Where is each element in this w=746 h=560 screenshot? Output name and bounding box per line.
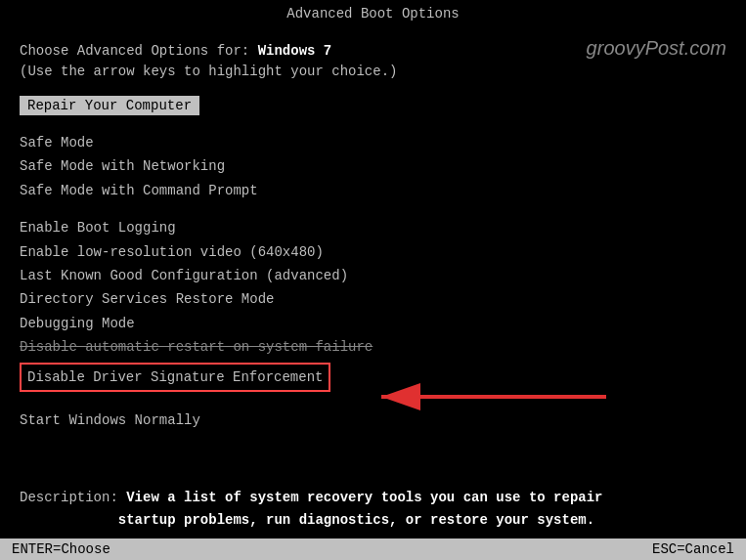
description-section: Description: View a list of system recov… xyxy=(0,473,746,538)
menu-section-2: Enable Boot Logging Enable low-resolutio… xyxy=(20,216,726,395)
status-esc: ESC=Cancel xyxy=(652,541,734,557)
menu-item-directory-services[interactable]: Directory Services Restore Mode xyxy=(20,287,726,311)
title-text: Advanced Boot Options xyxy=(286,6,459,22)
menu-item-disable-auto-restart[interactable]: Disable automatic restart on system fail… xyxy=(20,335,726,359)
menu-item-safe-mode-command[interactable]: Safe Mode with Command Prompt xyxy=(20,179,726,202)
menu-item-low-res-video[interactable]: Enable low-resolution video (640x480) xyxy=(20,240,726,264)
title-bar: Advanced Boot Options xyxy=(0,0,746,27)
menu-item-disable-driver-sig[interactable]: Disable Driver Signature Enforcement xyxy=(20,360,726,395)
instruction-line2: (Use the arrow keys to highlight your ch… xyxy=(20,62,726,82)
status-enter: ENTER=Choose xyxy=(12,541,110,557)
menu-item-last-known-good[interactable]: Last Known Good Configuration (advanced) xyxy=(20,264,726,287)
highlighted-menu-item[interactable]: Disable Driver Signature Enforcement xyxy=(20,363,330,392)
menu-item-start-normally[interactable]: Start Windows Normally xyxy=(20,409,726,432)
selected-item-container: Repair Your Computer xyxy=(20,96,726,131)
selected-menu-item[interactable]: Repair Your Computer xyxy=(20,96,199,115)
status-bar: ENTER=Choose ESC=Cancel xyxy=(0,538,746,560)
menu-item-debugging-mode[interactable]: Debugging Mode xyxy=(20,312,726,335)
menu-section-3: Start Windows Normally xyxy=(20,409,726,432)
screen: Advanced Boot Options groovyPost.com Cho… xyxy=(0,0,746,560)
content: groovyPost.com Choose Advanced Options f… xyxy=(0,27,746,473)
os-name: Windows 7 xyxy=(258,43,332,59)
instruction-prefix: Choose Advanced Options for: xyxy=(20,43,258,59)
description-label: Description: xyxy=(20,490,126,505)
watermark: groovyPost.com xyxy=(587,37,726,60)
menu-item-safe-mode[interactable]: Safe Mode xyxy=(20,131,726,154)
menu-item-safe-mode-networking[interactable]: Safe Mode with Networking xyxy=(20,154,726,178)
menu-section-1: Safe Mode Safe Mode with Networking Safe… xyxy=(20,131,726,202)
menu-item-enable-boot-logging[interactable]: Enable Boot Logging xyxy=(20,216,726,239)
